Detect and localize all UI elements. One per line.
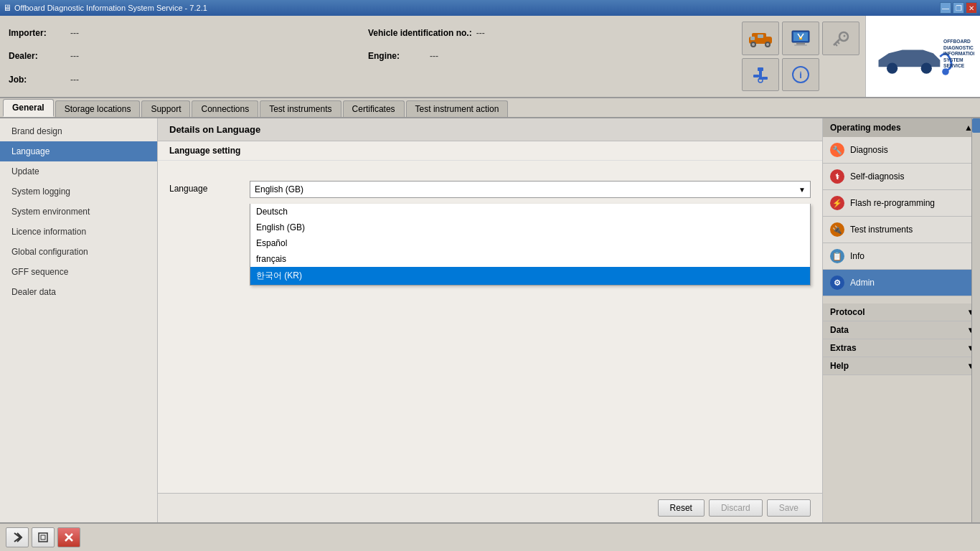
extras-section[interactable]: Extras ▾: [823, 339, 980, 357]
content-header: Details on Language: [158, 118, 822, 141]
self-diagnosis-icon: ⚕: [830, 169, 844, 184]
maximize-button[interactable]: ❐: [953, 2, 964, 14]
sidebar-item-gff-sequence[interactable]: GFF sequence: [0, 262, 157, 282]
nav-forward-button[interactable]: [6, 527, 29, 547]
help-section[interactable]: Help ▾: [823, 357, 980, 375]
language-select-wrap: English (GB) ▼ Deutsch English (GB) Espa…: [250, 181, 811, 198]
bottom-action-bar: [0, 522, 980, 551]
sidebar-item-system-logging[interactable]: System logging: [0, 182, 157, 202]
test-instruments-right-icon: 🔌: [830, 222, 844, 237]
sidebar-item-language[interactable]: Language: [0, 141, 157, 161]
sidebar-item-dealer-data[interactable]: Dealer data: [0, 282, 157, 302]
svg-rect-20: [753, 75, 759, 77]
tab-certificates[interactable]: Certificates: [343, 100, 405, 117]
sidebar-item-licence-information[interactable]: Licence information: [0, 222, 157, 242]
save-button[interactable]: Save: [767, 499, 811, 517]
svg-rect-7: [758, 34, 763, 38]
dropdown-item-deutsch[interactable]: Deutsch: [250, 204, 810, 220]
svg-rect-6: [750, 37, 755, 40]
diagnosis-icon: 🔧: [830, 143, 844, 157]
dropdown-item-korean[interactable]: 한국어 (KR): [250, 267, 810, 285]
language-form-row: Language English (GB) ▼ Deutsch English …: [169, 181, 811, 198]
svg-text:i: i: [799, 70, 802, 80]
tab-test-instrument-action[interactable]: Test instrument action: [406, 100, 509, 117]
protocol-section[interactable]: Protocol ▾: [823, 303, 980, 321]
language-label: Language: [169, 181, 241, 194]
svg-line-15: [835, 44, 837, 46]
stop-button[interactable]: [57, 527, 80, 547]
svg-point-5: [766, 43, 769, 46]
right-panel: Operating modes ▲ 🔧 Diagnosis ⚕ Self-dia…: [822, 118, 980, 522]
operating-mode-test-instruments[interactable]: 🔌 Test instruments: [823, 217, 980, 243]
operating-mode-admin[interactable]: ⚙ Admin: [823, 270, 980, 296]
admin-icon: ⚙: [830, 276, 844, 290]
svg-point-4: [752, 43, 755, 46]
svg-text:DIAGNOSTIC: DIAGNOSTIC: [943, 44, 974, 50]
select-arrow-icon: ▼: [798, 186, 806, 194]
reset-button[interactable]: Reset: [658, 499, 705, 517]
operating-mode-diagnosis[interactable]: 🔧 Diagnosis: [823, 137, 980, 164]
usb-icon-button[interactable]: [742, 58, 779, 92]
svg-text:SERVICE: SERVICE: [943, 63, 965, 68]
info-header-icon-button[interactable]: i: [782, 58, 819, 92]
header-fields: Importer: --- Vehicle identification no.…: [0, 16, 736, 97]
language-dropdown: Deutsch English (GB) Español français 한국…: [250, 204, 811, 286]
svg-rect-33: [39, 533, 47, 542]
car-icon-button[interactable]: [742, 22, 779, 55]
sidebar-item-system-environment[interactable]: System environment: [0, 202, 157, 222]
tab-test-instruments[interactable]: Test instruments: [260, 100, 341, 117]
main-area: Brand design Language Update System logg…: [0, 118, 980, 522]
tab-storage-locations[interactable]: Storage locations: [55, 100, 141, 117]
job-field: Job: ---: [9, 68, 368, 91]
dropdown-item-francais[interactable]: français: [250, 251, 810, 267]
operating-mode-flash-reprogramming[interactable]: ⚡ Flash re-programming: [823, 190, 980, 217]
titlebar-title: 🖥 Offboard Diagnostic Information System…: [3, 3, 207, 13]
data-section[interactable]: Data ▾: [823, 321, 980, 339]
tab-bar: General Storage locations Support Connec…: [0, 98, 980, 118]
operating-mode-self-diagnosis[interactable]: ⚕ Self-diagnosis: [823, 164, 980, 190]
language-select[interactable]: English (GB) ▼: [250, 181, 811, 198]
discard-button[interactable]: Discard: [709, 499, 763, 517]
sidebar: Brand design Language Update System logg…: [0, 118, 158, 522]
right-panel-title: Operating modes ▲: [823, 118, 980, 137]
tab-connections[interactable]: Connections: [192, 100, 258, 117]
vehicle-id-field: Vehicle identification no.: ---: [368, 22, 727, 44]
dealer-field: Dealer: ---: [9, 44, 368, 67]
sidebar-item-global-configuration[interactable]: Global configuration: [0, 242, 157, 262]
header: Importer: --- Vehicle identification no.…: [0, 16, 980, 98]
svg-text:INFORMATION: INFORMATION: [943, 51, 974, 56]
content-subheader: Language setting: [158, 141, 822, 161]
svg-rect-34: [41, 535, 45, 540]
content-body: Language English (GB) ▼ Deutsch English …: [158, 161, 822, 493]
header-icon-bar: i: [736, 16, 865, 97]
sidebar-item-brand-design[interactable]: Brand design: [0, 121, 157, 141]
operating-mode-info[interactable]: 📋 Info: [823, 243, 980, 270]
engine-field: Engine: ---: [368, 44, 727, 67]
info-right-icon: 📋: [830, 249, 844, 263]
titlebar-controls: — ❐ ✕: [940, 2, 977, 14]
content-area: Details on Language Language setting Lan…: [158, 118, 822, 522]
titlebar: 🖥 Offboard Diagnostic Information System…: [0, 0, 980, 16]
svg-text:SYSTEM: SYSTEM: [943, 57, 963, 62]
svg-line-16: [837, 42, 839, 44]
minimize-button[interactable]: —: [940, 2, 951, 14]
frame-button[interactable]: [32, 527, 55, 547]
svg-point-25: [887, 62, 897, 73]
dropdown-item-espanol[interactable]: Español: [250, 235, 810, 251]
right-scrollbar[interactable]: [971, 118, 980, 522]
importer-field: Importer: ---: [9, 22, 368, 44]
spacer: [823, 296, 980, 303]
tab-general[interactable]: General: [3, 99, 54, 117]
dropdown-item-english-gb[interactable]: English (GB): [250, 220, 810, 235]
svg-point-27: [942, 68, 949, 75]
sidebar-item-update[interactable]: Update: [0, 161, 157, 182]
svg-rect-10: [796, 43, 805, 44]
svg-text:OFFBOARD: OFFBOARD: [943, 38, 971, 43]
key-icon-button[interactable]: [822, 22, 859, 55]
flash-icon: ⚡: [830, 196, 844, 210]
close-button[interactable]: ✕: [966, 2, 977, 14]
header-logo: OFFBOARD DIAGNOSTIC INFORMATION SYSTEM S…: [865, 16, 980, 97]
svg-point-17: [844, 35, 846, 37]
tab-support[interactable]: Support: [141, 100, 190, 117]
computer-icon-button[interactable]: [782, 22, 819, 55]
